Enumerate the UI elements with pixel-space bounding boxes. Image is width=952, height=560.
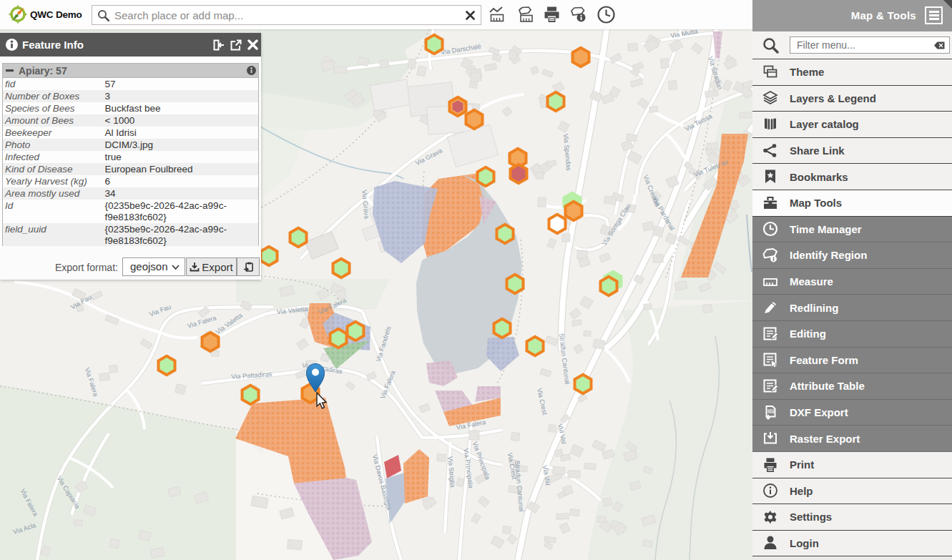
svg-text:DXF: DXF [767, 409, 775, 413]
